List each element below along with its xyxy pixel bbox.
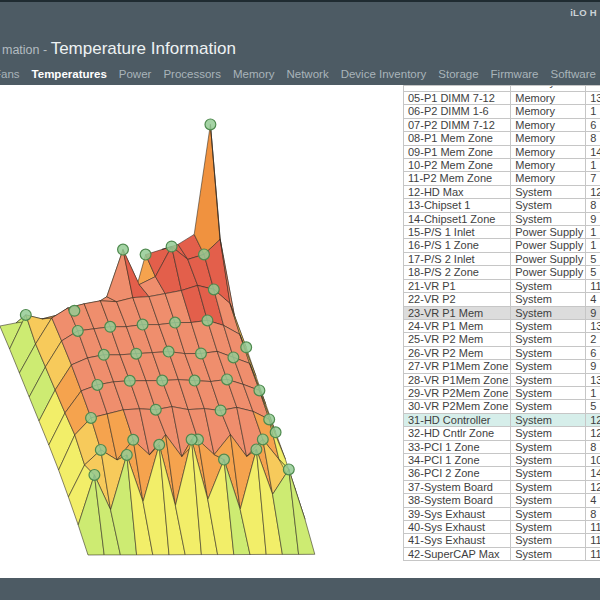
cell-location: System xyxy=(511,293,586,306)
tab-processors[interactable]: Processors xyxy=(157,68,227,80)
table-row[interactable]: 31-HD ControllerSystem121 xyxy=(404,413,600,426)
tab-network[interactable]: Network xyxy=(280,68,334,80)
table-row[interactable]: 21-VR P1System111 xyxy=(404,279,600,292)
table-row[interactable]: 29-VR P2Mem ZoneSystem10 xyxy=(404,386,600,399)
sensor-point xyxy=(283,464,294,475)
tab-memory[interactable]: Memory xyxy=(227,68,281,80)
tab-power[interactable]: Power xyxy=(113,68,158,80)
page-title-main: Temperature Information xyxy=(51,39,236,58)
cell-location: Memory xyxy=(511,118,586,131)
cell-location: System xyxy=(511,333,586,346)
cell-location: System xyxy=(511,212,586,225)
cell-x: 13 xyxy=(586,319,600,332)
cell-x: 13 xyxy=(586,92,600,105)
cell-sensor: 23-VR P1 Mem xyxy=(404,306,511,319)
table-row[interactable]: 37-System BoardSystem126 xyxy=(404,480,600,493)
top-border-line xyxy=(0,0,600,2)
table-row[interactable]: 42-SuperCAP MaxSystem111 xyxy=(404,547,600,560)
table-row[interactable]: 36-PCI 2 ZoneSystem141 xyxy=(404,467,600,480)
table-row[interactable]: 26-VR P2 MemSystem61 xyxy=(404,346,600,359)
cell-sensor: 09-P1 Mem Zone xyxy=(404,145,511,158)
cell-sensor: 18-P/S 2 Zone xyxy=(404,266,511,279)
tab-firmware[interactable]: Firmware xyxy=(485,68,545,80)
table-row[interactable]: 13-Chipset 1System89 xyxy=(404,199,600,212)
table-row[interactable]: 12-HD MaxSystem120 xyxy=(404,185,600,198)
ilo-brand-label: iLO H xyxy=(570,7,597,18)
sensor-point xyxy=(86,413,97,424)
table-row[interactable]: 38-System BoardSystem46 xyxy=(404,494,600,507)
table-row[interactable]: 15-P/S 1 InletPower Supply11 xyxy=(404,226,600,239)
cell-x: 6 xyxy=(586,346,600,359)
cell-sensor: 05-P1 DIMM 7-12 xyxy=(404,92,511,105)
tab-storage[interactable]: Storage xyxy=(432,68,484,80)
cell-x: 11 xyxy=(586,521,600,534)
cell-location: System xyxy=(511,467,586,480)
cell-x: 4 xyxy=(586,494,600,507)
cell-location: Power Supply xyxy=(511,266,586,279)
table-row[interactable]: 40-Sys ExhaustSystem111 xyxy=(404,521,600,534)
table-row[interactable]: 39-Sys ExhaustSystem81 xyxy=(404,507,600,520)
tab-device-inventory[interactable]: Device Inventory xyxy=(335,68,433,80)
table-row[interactable]: 32-HD Cntlr ZoneSystem121 xyxy=(404,427,600,440)
table-row[interactable]: 17-P/S 2 InletPower Supply51 xyxy=(404,252,600,265)
table-row[interactable]: 09-P1 Mem ZoneMemory146 xyxy=(404,145,600,158)
cell-sensor: 29-VR P2Mem Zone xyxy=(404,386,511,399)
tab-software[interactable]: Software xyxy=(545,68,600,80)
table-row[interactable]: 34-PCI 1 ZoneSystem101 xyxy=(404,453,600,466)
cell-location: Memory xyxy=(511,105,586,118)
cell-sensor: 42-SuperCAP Max xyxy=(404,547,511,560)
tab-fans[interactable]: Fans xyxy=(0,68,26,80)
table-row[interactable]: 10-P2 Mem ZoneMemory16 xyxy=(404,159,600,172)
sensor-point xyxy=(105,321,116,332)
cell-location: System xyxy=(511,279,586,292)
sensor-point xyxy=(20,310,31,321)
table-row[interactable]: 25-VR P2 MemSystem21 xyxy=(404,333,600,346)
cell-location: System xyxy=(511,480,586,493)
cell-x: 11 xyxy=(586,547,600,560)
temperature-surface-chart[interactable] xyxy=(0,85,390,580)
table-row[interactable]: 08-P1 Mem ZoneMemory87 xyxy=(404,132,600,145)
table-row[interactable]: 05-P1 DIMM 7-12Memory135 xyxy=(404,92,600,105)
table-row[interactable]: 14-Chipset1 ZoneSystem91 xyxy=(404,212,600,225)
cell-x: 12 xyxy=(586,427,600,440)
cell-sensor: 22-VR P2 xyxy=(404,293,511,306)
cell-x: 8 xyxy=(586,132,600,145)
table-row[interactable]: 24-VR P1 MemSystem131 xyxy=(404,319,600,332)
table-row[interactable]: 41-Sys ExhaustSystem111 xyxy=(404,534,600,547)
table-row[interactable]: 30-VR P2Mem ZoneSystem50 xyxy=(404,400,600,413)
sensor-point xyxy=(121,450,132,461)
sensor-point xyxy=(98,349,109,360)
table-row[interactable]: 11-P2 Mem ZoneMemory77 xyxy=(404,172,600,185)
table-row[interactable]: 06-P2 DIMM 1-6Memory15 xyxy=(404,105,600,118)
cell-x: 10 xyxy=(586,453,600,466)
cell-sensor: 17-P/S 2 Inlet xyxy=(404,252,511,265)
cell-x: 8 xyxy=(586,199,600,212)
cell-location: System xyxy=(511,346,586,359)
cell-sensor: 41-Sys Exhaust xyxy=(404,534,511,547)
table-row[interactable]: 33-PCI 1 ZoneSystem81 xyxy=(404,440,600,453)
table-row[interactable]: 23-VR P1 MemSystem99 xyxy=(404,306,600,319)
page-title-prefix: mation - xyxy=(2,43,51,57)
cell-sensor: 06-P2 DIMM 1-6 xyxy=(404,105,511,118)
sensor-point xyxy=(170,317,181,328)
table-row[interactable]: 16-P/S 1 ZonePower Supply18 xyxy=(404,239,600,252)
cell-sensor: 24-VR P1 Mem xyxy=(404,319,511,332)
cell-sensor: 13-Chipset 1 xyxy=(404,199,511,212)
sensor-point xyxy=(163,346,174,357)
table-row[interactable]: 22-VR P2System41 xyxy=(404,293,600,306)
cell-x: 8 xyxy=(586,507,600,520)
table-row[interactable]: 18-P/S 2 ZonePower Supply57 xyxy=(404,266,600,279)
cell-sensor: 07-P2 DIMM 7-12 xyxy=(404,118,511,131)
table-row[interactable]: 27-VR P1Mem ZoneSystem90 xyxy=(404,360,600,373)
cell-location: System xyxy=(511,319,586,332)
sensor-point xyxy=(254,385,265,396)
table-row[interactable]: 07-P2 DIMM 7-12Memory64 xyxy=(404,118,600,131)
cell-x: 2 xyxy=(586,333,600,346)
sensor-point xyxy=(140,249,151,260)
cell-location: System xyxy=(511,185,586,198)
cell-sensor: 08-P1 Mem Zone xyxy=(404,132,511,145)
tab-temperatures[interactable]: Temperatures xyxy=(26,68,113,80)
cell-location: Memory xyxy=(511,172,586,185)
cell-x: 9 xyxy=(586,212,600,225)
table-row[interactable]: 28-VR P1Mem ZoneSystem130 xyxy=(404,373,600,386)
